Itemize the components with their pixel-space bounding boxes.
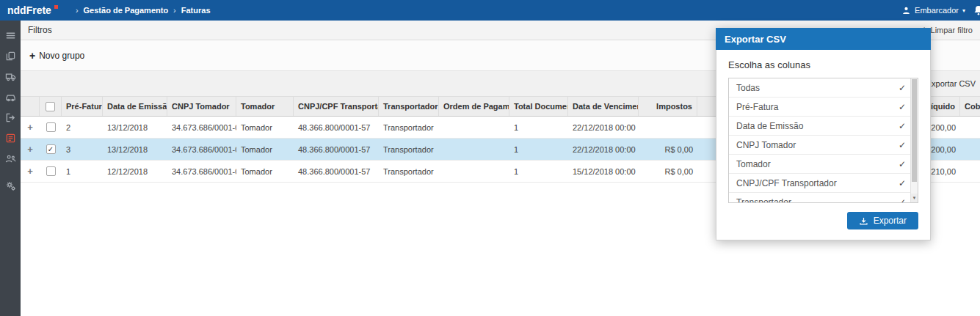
cell-cobranca xyxy=(960,161,980,182)
breadcrumb-gestao-pagamento[interactable]: Gestão de Pagamento xyxy=(84,6,169,15)
brand-text: nddFrete xyxy=(7,4,51,16)
cell-cnpj-tomador: 34.673.686/0001-01 xyxy=(167,117,236,138)
cell-ordem-pagamento xyxy=(439,161,509,182)
header-impostos[interactable]: Impostos xyxy=(639,97,697,116)
user-menu[interactable]: Embarcador ▾ xyxy=(894,6,973,15)
cell-cnpj-cpf-transportador: 48.366.800/0001-57 xyxy=(294,161,379,182)
cell-cnpj-cpf-transportador: 48.366.800/0001-57 xyxy=(294,139,379,160)
expand-row-button[interactable]: + xyxy=(27,122,33,132)
expand-row-button[interactable]: + xyxy=(27,166,33,176)
option-label: Tomador xyxy=(736,159,771,169)
modal-export-label: Exportar xyxy=(874,216,907,226)
cell-transportador: Transportador xyxy=(379,139,439,160)
vehicle-icon[interactable] xyxy=(0,87,21,107)
cell-cobranca xyxy=(960,117,980,138)
menu-icon[interactable] xyxy=(0,25,21,45)
header-total-documentos[interactable]: Total Documentos xyxy=(509,97,568,116)
sign-out-icon[interactable] xyxy=(0,107,21,128)
header-data-emissao[interactable]: Data de Emissão ↓ xyxy=(103,97,167,116)
row-checkbox[interactable]: ✓ xyxy=(46,144,56,154)
cell-data-vencimento: 15/12/2018 00:00 xyxy=(568,161,639,182)
modal-export-button[interactable]: Exportar xyxy=(847,212,918,229)
column-options-list: Todas ✓ Pré-Fatura ✓ Data de Emissão ✓ C… xyxy=(728,78,918,203)
row-checkbox[interactable]: ✓ xyxy=(46,166,56,176)
sidebar xyxy=(0,21,21,316)
cell-transportador: Transportador xyxy=(379,117,439,138)
header-cnpj-cpf-transportador[interactable]: CNPJ/CPF Transportador xyxy=(294,97,379,116)
check-icon: ✓ xyxy=(899,83,906,93)
option-pre-fatura[interactable]: Pré-Fatura ✓ xyxy=(729,98,910,117)
export-csv-modal: Exportar CSV Escolha as colunas Todas ✓ … xyxy=(716,28,931,240)
new-group-label: Novo grupo xyxy=(39,51,84,61)
header-cnpj-tomador[interactable]: CNPJ Tomador xyxy=(167,97,236,116)
cell-ordem-pagamento xyxy=(439,117,509,138)
user-icon xyxy=(901,6,911,15)
cell-data-emissao: 13/12/2018 xyxy=(103,117,167,138)
header-data-emissao-label: Data de Emissão xyxy=(107,102,167,111)
expand-row-button[interactable]: + xyxy=(27,144,33,154)
check-icon: ✓ xyxy=(899,159,906,169)
option-transportador[interactable]: Transportador ✓ xyxy=(729,193,910,203)
option-label: Pré-Fatura xyxy=(736,102,778,112)
cell-cnpj-tomador: 34.673.686/0001-01 xyxy=(167,139,236,160)
option-data-emissao[interactable]: Data de Emissão ✓ xyxy=(729,117,910,136)
header-pre-fatura[interactable]: Pré-Fatura xyxy=(62,97,103,116)
cell-total-documentos: 1 xyxy=(509,117,568,138)
options-scrollbar[interactable]: ▼ xyxy=(910,78,918,202)
row-checkbox[interactable]: ✓ xyxy=(46,122,56,132)
select-all-checkbox[interactable]: ✓ xyxy=(46,102,55,111)
header-ordem-pagamento[interactable]: Ordem de Pagamento xyxy=(439,97,509,116)
cell-total-documentos: 1 xyxy=(509,139,568,160)
header-expand-cell xyxy=(21,97,40,116)
truck-icon[interactable] xyxy=(0,66,21,87)
breadcrumb: › Gestão de Pagamento › Faturas xyxy=(76,6,211,15)
users-icon[interactable] xyxy=(0,148,21,169)
option-label: Todas xyxy=(736,83,760,93)
header-cobranca[interactable]: Cobra xyxy=(960,97,980,116)
cell-tomador: Tomador xyxy=(236,139,294,160)
cell-impostos xyxy=(639,117,697,138)
option-cnpj-tomador[interactable]: CNPJ Tomador ✓ xyxy=(729,136,910,155)
header-transportador[interactable]: Transportador xyxy=(379,97,439,116)
cell-pre-fatura: 1 xyxy=(62,161,103,182)
check-icon: ✓ xyxy=(899,140,906,150)
breadcrumb-chevron-icon: › xyxy=(76,6,79,15)
modal-subtitle: Escolha as colunas xyxy=(728,59,918,70)
cell-impostos: R$ 0,00 xyxy=(639,161,697,182)
notification-icon[interactable] xyxy=(973,4,980,16)
app-logo[interactable]: nddFrete xyxy=(7,4,58,16)
option-todas[interactable]: Todas ✓ xyxy=(729,78,910,98)
clear-filter-label: Limpar filtro xyxy=(931,26,973,34)
cell-cnpj-cpf-transportador: 48.366.800/0001-57 xyxy=(294,117,379,138)
new-group-button[interactable]: + Novo grupo xyxy=(29,50,84,62)
option-tomador[interactable]: Tomador ✓ xyxy=(729,155,910,174)
settings-gears-icon[interactable] xyxy=(0,175,21,196)
option-label: CNPJ/CPF Transportador xyxy=(736,178,837,188)
option-label: CNPJ Tomador xyxy=(736,140,796,150)
cell-pre-fatura: 2 xyxy=(62,117,103,138)
topbar: nddFrete › Gestão de Pagamento › Faturas… xyxy=(0,0,980,21)
check-icon: ✓ xyxy=(899,178,906,188)
cell-ordem-pagamento xyxy=(439,139,509,160)
option-cnpj-cpf-transportador[interactable]: CNPJ/CPF Transportador ✓ xyxy=(729,174,910,193)
topbar-right: Embarcador ▾ xyxy=(894,4,980,16)
modal-title: Exportar CSV xyxy=(716,28,931,50)
scroll-down-arrow-icon[interactable]: ▼ xyxy=(911,194,918,202)
breadcrumb-faturas[interactable]: Faturas xyxy=(181,6,211,15)
cell-data-emissao: 12/12/2018 xyxy=(103,161,167,182)
check-icon: ✓ xyxy=(899,197,906,204)
option-label: Transportador xyxy=(736,197,791,204)
check-icon: ✓ xyxy=(899,102,906,112)
brand-square-icon xyxy=(54,5,58,9)
scrollbar-thumb[interactable] xyxy=(912,79,917,182)
cell-total-documentos: 1 xyxy=(509,161,568,182)
cell-data-emissao: 13/12/2018 xyxy=(103,139,167,160)
cell-data-vencimento: 22/12/2018 00:00 xyxy=(568,139,639,160)
cell-data-vencimento: 22/12/2018 00:00 xyxy=(568,117,639,138)
documents-icon[interactable] xyxy=(0,45,21,66)
header-tomador[interactable]: Tomador xyxy=(236,97,294,116)
export-csv-label: Exportar CSV xyxy=(926,79,976,88)
payments-invoices-icon[interactable] xyxy=(0,128,21,148)
header-data-vencimento[interactable]: Data de Vencimento xyxy=(568,97,639,116)
filters-title: Filtros xyxy=(28,25,52,35)
